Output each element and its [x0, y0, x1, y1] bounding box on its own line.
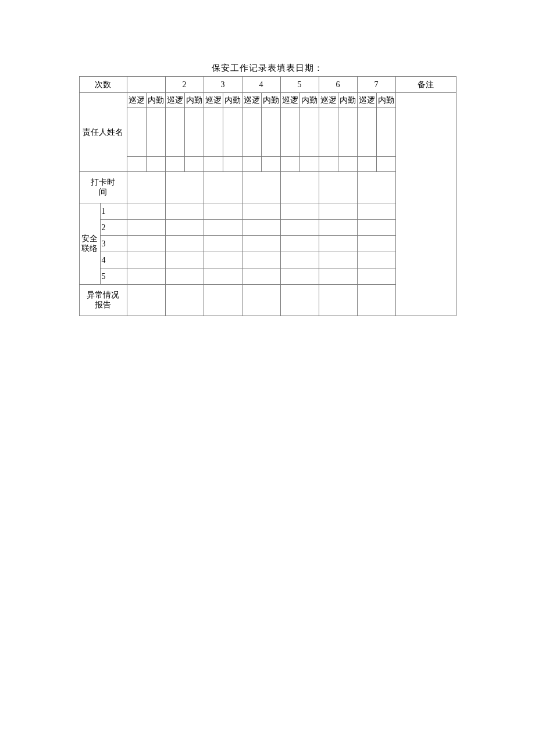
cell[interactable] [299, 108, 319, 157]
cell[interactable] [357, 252, 395, 268]
cell[interactable] [280, 172, 319, 203]
cell[interactable] [319, 157, 338, 172]
cell[interactable] [338, 157, 357, 172]
cell[interactable] [165, 220, 204, 236]
cell[interactable] [204, 268, 242, 285]
safety-item-3: 3 [100, 236, 127, 252]
form-title: 保安工作记录表填表日期： [0, 63, 535, 74]
cell[interactable] [376, 108, 395, 157]
cell[interactable] [357, 220, 395, 236]
cell[interactable] [319, 108, 338, 157]
cell[interactable] [127, 236, 165, 252]
cell[interactable] [280, 268, 319, 285]
cell[interactable] [127, 285, 165, 316]
header-col-2: 2 [165, 77, 204, 93]
cell[interactable] [165, 172, 204, 203]
cell[interactable] [204, 172, 242, 203]
cell[interactable] [357, 236, 395, 252]
header-col-5: 5 [280, 77, 319, 93]
cell[interactable] [165, 268, 204, 285]
cell[interactable] [319, 220, 357, 236]
cell[interactable] [319, 203, 357, 220]
cell[interactable] [146, 157, 165, 172]
cell[interactable] [127, 108, 146, 157]
header-remarks: 备注 [395, 77, 456, 93]
cell[interactable] [299, 157, 319, 172]
cell[interactable] [204, 285, 242, 316]
cell[interactable] [204, 157, 223, 172]
cell[interactable] [357, 172, 395, 203]
sub-patrol: 巡逻 [319, 93, 338, 108]
cell[interactable] [261, 157, 280, 172]
cell[interactable] [204, 252, 242, 268]
clock-l1: 打卡时 [91, 178, 115, 187]
cell[interactable] [242, 285, 280, 316]
cell[interactable] [184, 108, 204, 157]
cell[interactable] [242, 172, 280, 203]
cell[interactable] [242, 108, 261, 157]
cell[interactable] [204, 220, 242, 236]
cell[interactable] [204, 108, 223, 157]
cell[interactable] [165, 252, 204, 268]
cell[interactable] [319, 285, 357, 316]
cell[interactable] [280, 203, 319, 220]
cell[interactable] [319, 172, 357, 203]
cell[interactable] [127, 157, 146, 172]
cell[interactable] [242, 236, 280, 252]
cell[interactable] [319, 252, 357, 268]
cell[interactable] [280, 108, 299, 157]
cell[interactable] [242, 268, 280, 285]
cell[interactable] [127, 252, 165, 268]
cell[interactable] [280, 157, 299, 172]
cell[interactable] [242, 203, 280, 220]
cell[interactable] [280, 236, 319, 252]
cell[interactable] [165, 157, 184, 172]
remarks-cell[interactable] [395, 93, 456, 316]
cell[interactable] [357, 285, 395, 316]
cell[interactable] [127, 203, 165, 220]
sub-patrol: 巡逻 [127, 93, 146, 108]
cell[interactable] [261, 108, 280, 157]
cell[interactable] [165, 108, 184, 157]
sub-duty: 内勤 [261, 93, 280, 108]
cell[interactable] [146, 108, 165, 157]
cell[interactable] [357, 203, 395, 220]
cell[interactable] [280, 285, 319, 316]
cell[interactable] [242, 157, 261, 172]
cell[interactable] [223, 157, 242, 172]
header-col-4: 4 [242, 77, 280, 93]
cell[interactable] [280, 252, 319, 268]
sub-patrol: 巡逻 [280, 93, 299, 108]
cell[interactable] [242, 220, 280, 236]
cell[interactable] [204, 236, 242, 252]
header-count: 次数 [79, 77, 127, 93]
header-col-3: 3 [204, 77, 242, 93]
sub-duty: 内勤 [146, 93, 165, 108]
cell[interactable] [242, 252, 280, 268]
cell[interactable] [127, 172, 165, 203]
cell[interactable] [127, 268, 165, 285]
cell[interactable] [204, 203, 242, 220]
cell[interactable] [165, 236, 204, 252]
cell[interactable] [223, 108, 242, 157]
cell[interactable] [127, 220, 165, 236]
header-col-6: 6 [319, 77, 357, 93]
cell[interactable] [357, 108, 376, 157]
abnormal-l2: 报告 [95, 300, 111, 309]
cell[interactable] [319, 236, 357, 252]
safety-l1: 安全 [81, 234, 98, 243]
header-col-1 [127, 77, 165, 93]
row-safety-label: 安全 联络 [79, 203, 100, 285]
cell[interactable] [319, 268, 357, 285]
cell[interactable] [165, 285, 204, 316]
clock-l2: 间 [99, 188, 107, 196]
cell[interactable] [357, 157, 376, 172]
cell[interactable] [357, 268, 395, 285]
row-abnormal-label: 异常情况 报告 [79, 285, 127, 316]
cell[interactable] [184, 157, 204, 172]
cell[interactable] [376, 157, 395, 172]
cell[interactable] [338, 108, 357, 157]
cell[interactable] [165, 203, 204, 220]
cell[interactable] [280, 220, 319, 236]
safety-l2: 联络 [81, 244, 98, 253]
